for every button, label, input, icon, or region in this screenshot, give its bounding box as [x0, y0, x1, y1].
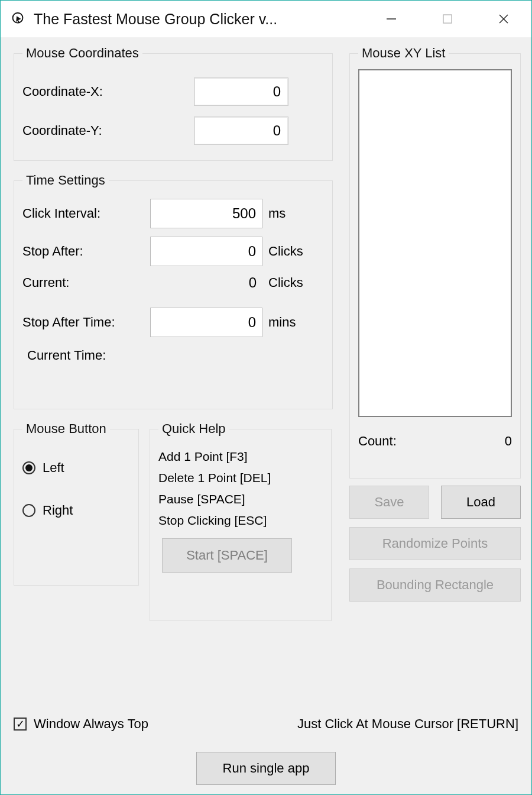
radio-right[interactable] — [22, 504, 35, 517]
help-pause: Pause [SPACE] — [158, 492, 323, 506]
stop-after-input[interactable] — [150, 237, 262, 266]
svg-rect-2 — [443, 15, 452, 23]
stop-after-label: Stop After: — [22, 244, 150, 259]
help-add-point: Add 1 Point [F3] — [158, 450, 323, 464]
mouse-coordinates-group: Mouse Coordinates Coordinate-X: 0 Coordi… — [14, 46, 333, 161]
quick-help-group: Quick Help Add 1 Point [F3] Delete 1 Poi… — [150, 421, 332, 621]
stop-after-time-label: Stop After Time: — [22, 315, 150, 330]
bounding-rectangle-button[interactable]: Bounding Rectangle — [349, 568, 521, 602]
time-settings-legend: Time Settings — [22, 173, 109, 188]
randomize-points-button[interactable]: Randomize Points — [349, 527, 521, 560]
window-title: The Fastest Mouse Group Clicker v... — [34, 11, 277, 28]
click-interval-input[interactable] — [150, 199, 262, 228]
coord-x-label: Coordinate-X: — [22, 84, 194, 99]
mouse-xy-listbox[interactable] — [358, 69, 512, 417]
radio-right-row[interactable]: Right — [22, 503, 130, 518]
current-time-label: Current Time: — [27, 348, 324, 363]
mouse-xy-list-legend: Mouse XY List — [358, 46, 449, 61]
mouse-button-legend: Mouse Button — [22, 421, 110, 437]
coord-y-label: Coordinate-Y: — [22, 123, 194, 138]
client-area: Mouse Coordinates Coordinate-X: 0 Coordi… — [1, 37, 531, 795]
stop-after-time-input[interactable] — [150, 308, 262, 337]
click-interval-label: Click Interval: — [22, 206, 150, 221]
window-always-top-checkbox[interactable]: ✓ — [14, 718, 27, 731]
current-unit: Clicks — [268, 275, 303, 290]
coord-y-input[interactable]: 0 — [194, 117, 288, 145]
app-icon — [9, 9, 27, 28]
stop-after-time-unit: mins — [268, 315, 296, 330]
start-button[interactable]: Start [SPACE] — [162, 538, 292, 573]
mouse-button-group: Mouse Button Left Right — [14, 421, 139, 586]
window-always-top-label: Window Always Top — [34, 716, 148, 732]
coord-x-input[interactable]: 0 — [194, 77, 288, 106]
run-single-app-button[interactable]: Run single app — [196, 752, 336, 785]
just-click-label: Just Click At Mouse Cursor [RETURN] — [297, 716, 518, 732]
radio-left[interactable] — [22, 461, 35, 474]
coord-x-value: 0 — [273, 83, 281, 100]
current-label: Current: — [22, 275, 150, 290]
help-stop: Stop Clicking [ESC] — [158, 513, 323, 528]
quick-help-legend: Quick Help — [158, 421, 229, 437]
time-settings-group: Time Settings Click Interval: ms Stop Af… — [14, 173, 333, 409]
minimize-button[interactable] — [363, 1, 419, 37]
click-interval-unit: ms — [268, 206, 286, 221]
count-value: 0 — [505, 434, 512, 449]
radio-left-label: Left — [43, 460, 64, 476]
close-button[interactable] — [475, 1, 531, 37]
mouse-coordinates-legend: Mouse Coordinates — [22, 46, 142, 61]
current-value: 0 — [150, 274, 262, 291]
coord-y-value: 0 — [273, 122, 281, 139]
maximize-button[interactable] — [419, 1, 475, 37]
mouse-xy-list-group: Mouse XY List Count: 0 — [349, 46, 521, 479]
window-always-top-row[interactable]: ✓ Window Always Top — [14, 716, 148, 732]
radio-left-row[interactable]: Left — [22, 460, 130, 476]
help-delete-point: Delete 1 Point [DEL] — [158, 471, 323, 485]
load-button[interactable]: Load — [441, 486, 521, 519]
title-bar: The Fastest Mouse Group Clicker v... — [1, 1, 531, 37]
radio-right-label: Right — [43, 503, 73, 518]
count-label: Count: — [358, 434, 397, 449]
save-button[interactable]: Save — [349, 486, 429, 519]
stop-after-unit: Clicks — [268, 244, 303, 259]
